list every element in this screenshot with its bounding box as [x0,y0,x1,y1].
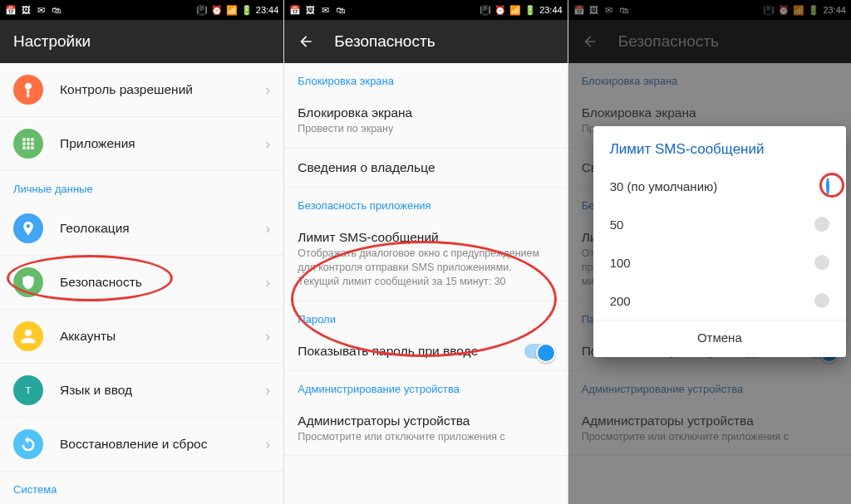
item-label: Геолокация [60,221,248,236]
item-label: Приложения [60,136,248,151]
chevron-right-icon: › [265,135,270,153]
user-icon [13,321,43,351]
calendar-icon: 📅 [5,4,17,16]
sms-limit-dialog: Лимит SMS-сообщений 30 (по умолчанию) 50… [593,126,846,357]
chevron-right-icon: › [265,220,270,237]
item-accounts[interactable]: Аккаунты › [0,310,283,364]
item-label: Контроль разрешений [60,82,248,97]
item-label: Восстановление и сброс [60,437,248,452]
item-admins[interactable]: Администраторы устройстваПросмотрите или… [284,402,567,457]
item-location[interactable]: Геолокация › [0,202,283,256]
option-30[interactable]: 30 (по умолчанию) [593,168,846,205]
status-time: 23:44 [256,5,279,15]
section-personal: Личные данные [0,171,283,202]
chevron-right-icon: › [265,81,270,99]
highlight-circle [819,173,844,198]
section-lock: Блокировка экрана [284,63,567,94]
shield-icon [13,267,43,297]
radio-icon [814,255,829,270]
chevron-right-icon: › [265,274,270,291]
wifi-icon: 📶 [226,4,238,16]
dialog-title: Лимит SMS-сообщений [593,126,846,168]
section-system: Система [0,472,283,502]
radio-icon [814,293,829,308]
item-security[interactable]: Безопасность › [0,256,283,310]
page-title: Безопасность [334,32,435,51]
item-label: Аккаунты [60,329,248,344]
key-icon [13,75,43,105]
item-show-password[interactable]: Показывать пароль при вводе [284,332,567,371]
item-label: Язык и ввод [60,383,248,398]
svg-text:T: T [25,384,31,395]
item-language[interactable]: T Язык и ввод › [0,364,283,418]
chevron-right-icon: › [265,328,270,345]
option-50[interactable]: 50 [593,205,846,243]
toggle-show-password[interactable] [524,344,554,359]
battery-icon: 🔋 [241,4,253,16]
option-100[interactable]: 100 [593,243,846,281]
item-label: Безопасность [60,275,248,290]
language-icon: T [13,375,43,405]
item-owner[interactable]: Сведения о владельце [284,149,567,188]
alarm-icon: ⏰ [211,4,223,16]
store-icon: 🛍 [50,4,61,16]
chevron-right-icon: › [265,382,270,399]
status-bar: 📅 🖼 ✉ 🛍 📳 ⏰ 📶 🔋 23:44 [0,0,283,20]
item-screenlock[interactable]: Блокировка экранаПровести по экрану [284,94,567,149]
section-admin: Администрирование устройства [284,371,567,402]
back-icon[interactable] [298,33,314,50]
item-apps[interactable]: Приложения › [0,117,283,171]
toolbar: Настройки [0,20,283,63]
chevron-right-icon: › [265,436,270,453]
option-200[interactable]: 200 [593,281,846,320]
section-passwords: Пароли [284,301,567,332]
item-sms-limit[interactable]: Лимит SMS-сообщенийОтображать диалоговое… [284,218,567,301]
apps-icon [13,129,43,159]
item-restore[interactable]: Восстановление и сброс › [0,418,283,472]
gallery-icon: 🖼 [20,4,32,16]
vibrate-icon: 📳 [196,4,208,16]
restore-icon [13,429,43,459]
item-permissions[interactable]: Контроль разрешений › [0,63,283,117]
mail-icon: ✉ [35,4,47,16]
toolbar: Безопасность [284,20,567,63]
cancel-button[interactable]: Отмена [697,330,742,345]
pin-icon [13,213,43,243]
section-appsec: Безопасность приложения [284,188,567,218]
radio-icon [814,217,829,232]
status-bar: 📅🖼✉🛍 📳⏰📶🔋23:44 [284,0,567,20]
page-title: Настройки [13,32,91,51]
